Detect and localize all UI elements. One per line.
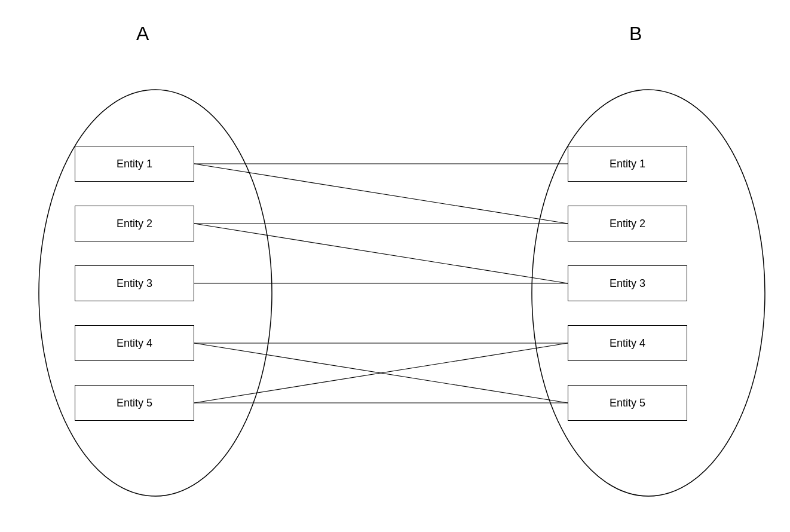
entity-b5: Entity 5 [568,385,687,421]
group-b-label: B [629,23,642,45]
connection-a1-b2 [194,164,568,224]
entity-b1: Entity 1 [568,146,687,182]
connection-a2-b3 [194,224,568,283]
entity-b2: Entity 2 [568,206,687,241]
entity-a2: Entity 2 [75,206,194,241]
entity-b4: Entity 4 [568,325,687,361]
entity-a5: Entity 5 [75,385,194,421]
entity-a1: Entity 1 [75,146,194,182]
entity-b3: Entity 3 [568,265,687,301]
entity-a3: Entity 3 [75,265,194,301]
entity-a4: Entity 4 [75,325,194,361]
group-a-label: A [136,23,149,45]
